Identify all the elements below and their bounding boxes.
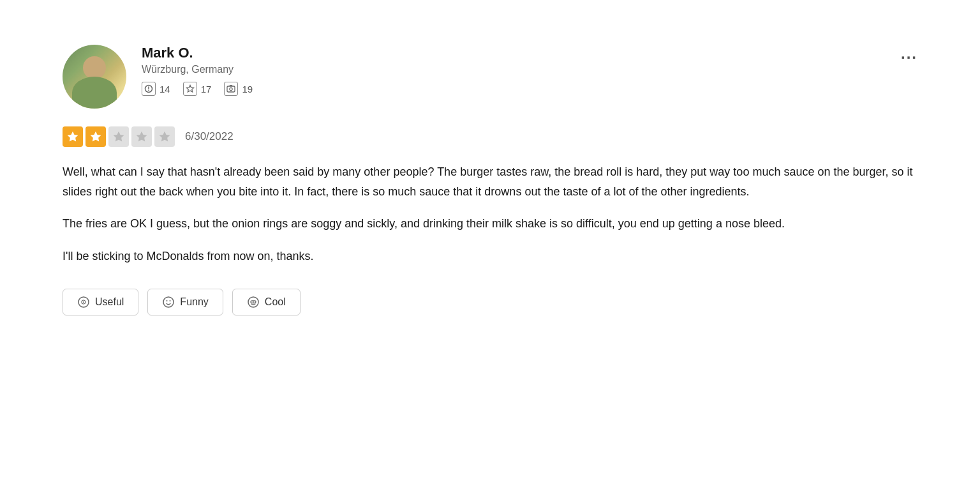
- review-paragraph-1: Well, what can I say that hasn't already…: [63, 162, 917, 201]
- svg-point-16: [170, 300, 171, 301]
- star-3: [108, 126, 129, 147]
- review-date: 6/30/2022: [185, 130, 234, 143]
- review-paragraph-2: The fries are OK I guess, but the onion …: [63, 214, 917, 234]
- cool-label: Cool: [265, 296, 286, 308]
- review-body: Well, what can I say that hasn't already…: [63, 162, 917, 266]
- svg-marker-6: [68, 132, 78, 142]
- svg-point-14: [163, 297, 174, 307]
- reviews-stat: 14: [142, 82, 170, 96]
- photos-icon: [224, 82, 238, 96]
- star-4: [131, 126, 152, 147]
- svg-marker-9: [137, 132, 147, 142]
- svg-marker-8: [114, 132, 124, 142]
- user-stats: 14 17: [142, 82, 917, 96]
- cool-button[interactable]: Cool: [232, 289, 301, 315]
- cool-icon: [247, 296, 260, 308]
- reaction-buttons: Useful Funny Coo: [63, 289, 917, 315]
- more-options-button[interactable]: ...: [901, 45, 917, 63]
- useful-icon: [77, 296, 90, 308]
- svg-marker-7: [91, 132, 101, 142]
- star-1: [63, 126, 83, 147]
- ratings-count: 17: [201, 84, 212, 95]
- user-name: Mark O.: [142, 45, 917, 61]
- useful-button[interactable]: Useful: [63, 289, 138, 315]
- svg-point-13: [83, 301, 84, 303]
- svg-rect-4: [227, 86, 235, 92]
- photos-stat: 19: [224, 82, 253, 96]
- review-header: Mark O. Würzburg, Germany 14: [63, 45, 917, 109]
- user-location: Würzburg, Germany: [142, 64, 917, 75]
- svg-point-5: [230, 87, 232, 90]
- photos-count: 19: [242, 84, 253, 95]
- review-paragraph-3: I'll be sticking to McDonalds from now o…: [63, 247, 917, 266]
- star-2: [85, 126, 106, 147]
- review-card: ... Mark O. Würzburg, Germany: [50, 26, 930, 335]
- svg-point-15: [167, 300, 168, 301]
- reviews-count: 14: [160, 84, 170, 95]
- funny-icon: [162, 296, 175, 308]
- svg-marker-10: [160, 132, 170, 142]
- funny-label: Funny: [180, 296, 208, 308]
- star-rating: [63, 126, 175, 147]
- rating-row: 6/30/2022: [63, 126, 917, 147]
- user-info: Mark O. Würzburg, Germany 14: [142, 45, 917, 96]
- ratings-stat: 17: [183, 82, 212, 96]
- avatar: [63, 45, 126, 109]
- svg-point-2: [148, 90, 149, 91]
- reviews-icon: [142, 82, 156, 96]
- ratings-icon: [183, 82, 197, 96]
- svg-marker-3: [186, 86, 193, 93]
- useful-label: Useful: [95, 296, 124, 308]
- star-5: [154, 126, 175, 147]
- funny-button[interactable]: Funny: [147, 289, 223, 315]
